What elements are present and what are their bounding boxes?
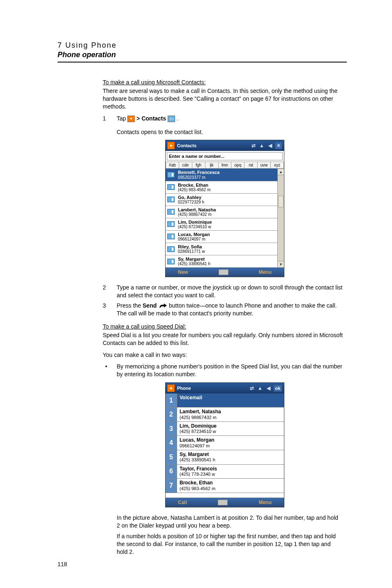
- step-number: 1: [103, 115, 117, 123]
- contact-card-icon: [167, 172, 175, 178]
- start-icon: ✦: [127, 116, 135, 122]
- alpha-tab[interactable]: #ab: [166, 162, 179, 169]
- step2-text: Type a name or number, or move the joyst…: [117, 284, 347, 299]
- contact-row[interactable]: Lim, Dominique(425) 87234510 w: [166, 218, 277, 231]
- step-number: 3: [103, 302, 117, 317]
- contact-row[interactable]: Lucas, Morgan0966124097 m: [166, 231, 277, 243]
- softkey-menu[interactable]: Menu: [259, 269, 272, 275]
- keyboard-icon[interactable]: [219, 269, 228, 275]
- speeddial-position: 1: [166, 394, 177, 407]
- contact-card-icon: [167, 197, 175, 202]
- speeddial-number: (425) 87234510 w: [180, 429, 281, 434]
- softkey-new[interactable]: New: [178, 269, 188, 275]
- ok-button[interactable]: ok: [273, 384, 282, 392]
- contact-card-icon: [167, 259, 175, 264]
- speeddial-name: Brocke, Ethan: [180, 480, 281, 486]
- chapter-heading: 7 Using Phone: [58, 41, 347, 50]
- speeddial-row[interactable]: 3Lim, Dominique(425) 87234510 w: [166, 422, 284, 436]
- contact-row[interactable]: Riley, Sofia0286911771 w: [166, 243, 277, 255]
- bullet-mark: •: [103, 363, 117, 378]
- keyboard-icon[interactable]: [218, 500, 228, 505]
- after-text-1: In the picture above, Natasha Lambert is…: [117, 514, 347, 530]
- speaker-icon: ◀: [265, 385, 272, 391]
- speeddial-position: 3: [166, 422, 177, 436]
- contact-number: 0286911771 w: [178, 249, 205, 254]
- speeddial-name: Sy, Margaret: [180, 451, 281, 457]
- signal-icon: ▲: [257, 385, 263, 391]
- close-button[interactable]: ×: [275, 142, 282, 149]
- speeddial-row[interactable]: 5Sy, Margaret(425) 33890541 h: [166, 450, 284, 465]
- contact-name: Riley, Sofia: [178, 244, 205, 249]
- start-icon[interactable]: ✦: [167, 384, 175, 392]
- contact-number: (425) 98867432 m: [178, 212, 216, 217]
- step1-suffix: .: [177, 115, 178, 122]
- speeddial-name: Lucas, Morgan: [180, 437, 281, 443]
- divider: [58, 62, 347, 63]
- alpha-tab[interactable]: opq: [231, 162, 244, 169]
- alpha-tab[interactable]: cde: [179, 162, 192, 169]
- contact-name: Brocke, Ethan: [178, 183, 211, 188]
- contact-number: 0966124097 m: [178, 237, 210, 241]
- signal-icon: ▲: [258, 142, 265, 149]
- contact-row[interactable]: Lambert, Natasha(425) 98867432 m: [166, 206, 277, 218]
- app-title: Contacts: [176, 143, 250, 148]
- contact-name: Go, Ashley: [178, 195, 204, 200]
- contact-row[interactable]: Go, Ashley0229772329 h: [166, 194, 277, 206]
- speeddial-row[interactable]: 4Lucas, Morgan0966124097 m: [166, 436, 284, 450]
- phone-screenshot: ✦ Phone ⇄ ▲ ◀ ok 1Voicemail2Lambert, Nat…: [165, 382, 284, 507]
- alpha-tab[interactable]: xyz: [270, 162, 284, 169]
- contact-card-icon: [167, 184, 175, 190]
- speeddial-name: Voicemail: [180, 395, 281, 400]
- speeddial-row[interactable]: 6Taylor, Francois(425) 778-2340 w: [166, 465, 284, 479]
- speeddial-number: (425) 983-4562 m: [180, 486, 281, 491]
- alpha-tab[interactable]: rst: [244, 162, 257, 169]
- softkey-menu[interactable]: Menu: [259, 500, 272, 505]
- connectivity-icon: ⇄: [249, 385, 255, 391]
- step1-subtext: Contacts opens to the contact list.: [117, 128, 347, 136]
- subhead-speeddial: To make a call using Speed Dial:: [103, 323, 347, 330]
- speeddial-row[interactable]: 7Brocke, Ethan(425) 983-4562 m: [166, 479, 284, 493]
- contacts-icon: ▭: [168, 116, 175, 122]
- contact-number: (425) 87234510 w: [178, 225, 212, 229]
- alpha-tab[interactable]: ijk: [205, 162, 218, 169]
- scroll-down-icon[interactable]: ▼: [278, 261, 284, 268]
- contact-row[interactable]: Sy, Margaret(425) 33890541 h: [166, 255, 277, 268]
- scrollbar[interactable]: ▲ ▼: [277, 169, 284, 268]
- contact-number: (425) 33890541 h: [178, 262, 210, 266]
- alpha-tab[interactable]: lmn: [218, 162, 231, 169]
- speeddial-position: 6: [166, 465, 177, 479]
- contact-name: Sy, Margaret: [178, 257, 210, 262]
- step3-prefix: Press the: [117, 302, 143, 309]
- alpha-tab[interactable]: uvw: [257, 162, 270, 169]
- speeddial-position: 4: [166, 436, 177, 450]
- contact-card-icon: [167, 234, 175, 239]
- speeddial-name: Lim, Dominique: [180, 423, 281, 429]
- speeddial-row[interactable]: 2Lambert, Natasha(425) 98867432 m: [166, 407, 284, 422]
- search-input[interactable]: Enter a name or number...: [167, 152, 283, 160]
- speeddial-intro: Speed Dial is a list you create for numb…: [103, 331, 347, 347]
- contact-number: 0229772329 h: [178, 200, 204, 204]
- alpha-tabs[interactable]: #ab cde fgh ijk lmn opq rst uvw xyz: [166, 162, 284, 169]
- start-icon[interactable]: ✦: [167, 142, 175, 149]
- contact-card-icon: [167, 209, 175, 215]
- speeddial-number: (425) 98867432 m: [180, 415, 281, 420]
- scroll-thumb[interactable]: [278, 196, 284, 207]
- contact-number: (425) 983-4562 m: [178, 188, 211, 192]
- speeddial-row[interactable]: 1Voicemail: [166, 394, 284, 407]
- step1-prefix: Tap: [117, 115, 127, 122]
- app-title: Phone: [176, 386, 249, 391]
- contact-name: Lambert, Natasha: [178, 207, 216, 212]
- scroll-up-icon[interactable]: ▲: [278, 169, 284, 175]
- contact-name: Lucas, Morgan: [178, 232, 210, 237]
- alpha-tab[interactable]: fgh: [192, 162, 205, 169]
- contact-number: 0952023377 m: [178, 175, 219, 180]
- softkey-call[interactable]: Call: [178, 500, 187, 505]
- contact-row[interactable]: Brocke, Ethan(425) 983-4562 m: [166, 181, 277, 194]
- speeddial-position: 7: [166, 479, 177, 493]
- section-heading: Phone operation: [58, 51, 347, 59]
- send-icon: [158, 303, 167, 309]
- bullet1-text: By memorizing a phone number's position …: [117, 363, 347, 378]
- contact-row[interactable]: Bennett, Francesca0952023377 m: [166, 169, 277, 181]
- speaker-icon: ◀: [267, 142, 273, 149]
- subhead-contacts: To make a call using Microsoft Contacts:: [103, 79, 347, 86]
